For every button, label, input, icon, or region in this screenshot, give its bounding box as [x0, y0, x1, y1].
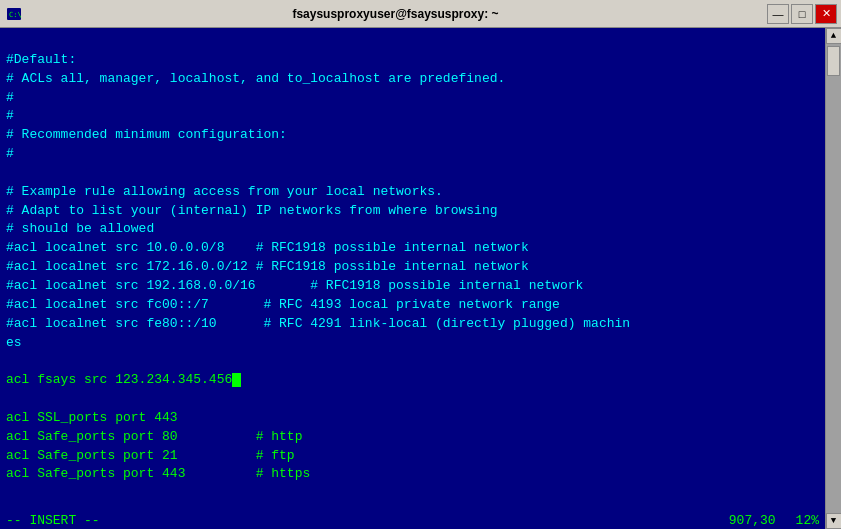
line-1: #Default:	[6, 51, 819, 70]
acl-fsays-text: acl fsays src 123.234.345.456	[6, 372, 232, 387]
line-5: # Recommended minimum configuration:	[6, 126, 819, 145]
line-21: acl Safe_ports port 80 # http	[6, 428, 819, 447]
terminal-content[interactable]: #Default:# ACLs all, manager, localhost,…	[0, 28, 825, 529]
maximize-button[interactable]: □	[791, 4, 813, 24]
status-position: 907,30	[729, 513, 776, 528]
line-17	[6, 352, 819, 371]
line-23: acl Safe_ports port 443 # https	[6, 465, 819, 484]
line-8: # Example rule allowing access from your…	[6, 183, 819, 202]
line-9: # Adapt to list your (internal) IP netwo…	[6, 202, 819, 221]
line-6: #	[6, 145, 819, 164]
line-2: # ACLs all, manager, localhost, and to_l…	[6, 70, 819, 89]
cursor	[232, 373, 241, 387]
line-15: #acl localnet src fe80::/10 # RFC 4291 l…	[6, 315, 819, 334]
statusbar: -- INSERT -- 907,30 12%	[0, 511, 825, 529]
scroll-thumb[interactable]	[827, 46, 840, 76]
titlebar-buttons: — □ ✕	[767, 4, 837, 24]
svg-text:C:\: C:\	[9, 11, 22, 19]
terminal-icon: C:\	[4, 4, 24, 24]
line-3: #	[6, 89, 819, 108]
line-7	[6, 164, 819, 183]
titlebar-title: fsaysusproxyuser@fsaysusproxy: ~	[24, 7, 767, 21]
line-16: es	[6, 334, 819, 353]
line-4: #	[6, 107, 819, 126]
line-14: #acl localnet src fc00::/7 # RFC 4193 lo…	[6, 296, 819, 315]
minimize-button[interactable]: —	[767, 4, 789, 24]
line-22: acl Safe_ports port 21 # ftp	[6, 447, 819, 466]
close-button[interactable]: ✕	[815, 4, 837, 24]
line-18: acl fsays src 123.234.345.456	[6, 371, 819, 390]
scroll-up-arrow[interactable]: ▲	[826, 28, 842, 44]
status-percent: 12%	[796, 513, 819, 528]
titlebar: C:\ fsaysusproxyuser@fsaysusproxy: ~ — □…	[0, 0, 841, 28]
line-20: acl SSL_ports port 443	[6, 409, 819, 428]
line-10: # should be allowed	[6, 220, 819, 239]
line-11: #acl localnet src 10.0.0.0/8 # RFC1918 p…	[6, 239, 819, 258]
status-mode: -- INSERT --	[6, 513, 729, 528]
line-13: #acl localnet src 192.168.0.0/16 # RFC19…	[6, 277, 819, 296]
scroll-track[interactable]	[826, 44, 841, 513]
scrollbar: ▲ ▼	[825, 28, 841, 529]
line-19	[6, 390, 819, 409]
scroll-down-arrow[interactable]: ▼	[826, 513, 842, 529]
line-12: #acl localnet src 172.16.0.0/12 # RFC191…	[6, 258, 819, 277]
terminal-container: #Default:# ACLs all, manager, localhost,…	[0, 28, 841, 529]
